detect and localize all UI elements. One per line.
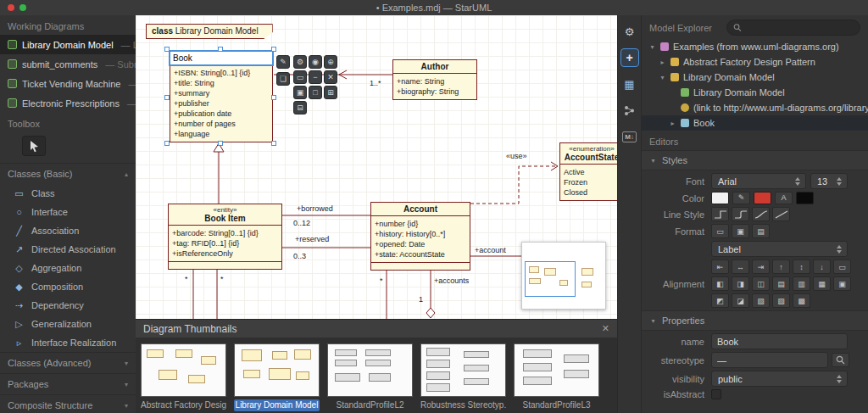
align-middle-button[interactable]: ▥ bbox=[793, 276, 810, 291]
align-top-button[interactable]: ▤ bbox=[772, 276, 790, 291]
zoom-window-button[interactable] bbox=[19, 4, 26, 11]
multiplicity-label[interactable]: * bbox=[185, 275, 188, 283]
distribute-horizontal-button[interactable]: ↔ bbox=[732, 260, 749, 274]
toolbox-item-composition[interactable]: ◆ Composition bbox=[0, 277, 136, 296]
markdown-icon[interactable]: M↓ bbox=[620, 127, 639, 146]
selection-handle[interactable] bbox=[218, 47, 223, 52]
line-style-rectilinear-button[interactable] bbox=[711, 207, 729, 221]
edit-rect-button[interactable]: ▭ bbox=[293, 70, 307, 84]
align-right-button[interactable]: ◨ bbox=[732, 276, 749, 291]
toolbox-section-classes-advanced[interactable]: Classes (Advanced) ▾ bbox=[0, 352, 136, 373]
edit-pencil-button[interactable]: ✎ bbox=[276, 55, 290, 69]
toolbox-section-packages[interactable]: Packages ▾ bbox=[0, 373, 136, 394]
edit-collapse-button[interactable]: ⊟ bbox=[293, 101, 307, 114]
chevron-right-icon[interactable]: ▸ bbox=[659, 59, 666, 66]
working-diagram-item[interactable]: Library Domain Model — Lib bbox=[0, 35, 136, 54]
distribute-top-button[interactable]: ↑ bbox=[772, 260, 790, 274]
diagram-canvas[interactable]: class Library Domain Model +ISBN: String… bbox=[136, 15, 617, 319]
bring-front-button[interactable]: ▨ bbox=[772, 293, 790, 308]
selection-handle[interactable] bbox=[271, 47, 276, 52]
distribute-right-button[interactable]: ⇥ bbox=[752, 260, 770, 274]
properties-section-header[interactable]: ▾ Properties bbox=[642, 310, 868, 331]
edit-copy-button[interactable]: ❏ bbox=[276, 72, 290, 86]
selection-handle[interactable] bbox=[164, 47, 170, 52]
label-dropdown[interactable]: Label bbox=[711, 241, 848, 257]
format-rect-button[interactable]: ▭ bbox=[711, 224, 729, 238]
multiplicity-label[interactable]: 0..12 bbox=[293, 219, 310, 227]
name-field[interactable] bbox=[711, 333, 848, 349]
toolbox-item-dependency[interactable]: ⇢ Dependency bbox=[0, 296, 136, 315]
select-tool-button[interactable] bbox=[22, 136, 46, 156]
pencil-icon[interactable]: ✎ bbox=[732, 192, 750, 204]
selection-handle[interactable] bbox=[271, 141, 276, 146]
multiplicity-label[interactable]: * bbox=[380, 276, 383, 285]
uml-enumeration-accountstate[interactable]: «enumeration» AccountState Active Frozen… bbox=[559, 142, 617, 201]
working-diagram-item[interactable]: Electronic Prescriptions — E bbox=[0, 93, 136, 113]
tree-item-abstract-factory[interactable]: ▸ Abstract Factory Design Pattern bbox=[642, 54, 868, 70]
close-icon[interactable]: ✕ bbox=[602, 323, 609, 334]
toolbox-item-class[interactable]: ▭ Class bbox=[0, 184, 136, 203]
edit-compartment-button[interactable]: ▣ bbox=[293, 86, 307, 99]
tree-item-book[interactable]: ▸ Book bbox=[642, 115, 868, 131]
thumbnail-card[interactable]: Abstract Factory Desig... bbox=[141, 343, 226, 411]
use-stereotype-label[interactable]: «use» bbox=[506, 152, 527, 160]
line-color-swatch[interactable] bbox=[754, 192, 771, 204]
font-color-button[interactable]: A bbox=[775, 192, 793, 204]
toolbox-item-aggregation[interactable]: ◇ Aggregation bbox=[0, 259, 136, 277]
visibility-select[interactable]: public bbox=[711, 371, 848, 387]
line-style-rounded-button[interactable] bbox=[732, 207, 749, 221]
uml-class-book-item[interactable]: «entity» Book Item +barcode: String[0..1… bbox=[168, 204, 282, 270]
selection-handle[interactable] bbox=[164, 95, 170, 100]
align-grid-button[interactable]: ▣ bbox=[833, 276, 851, 291]
edit-expand-button[interactable]: ⊞ bbox=[324, 86, 337, 99]
format-filled-rect-button[interactable]: ▣ bbox=[732, 224, 749, 238]
distribute-box-button[interactable]: ▭ bbox=[833, 260, 851, 274]
close-window-button[interactable] bbox=[8, 4, 14, 11]
same-width-button[interactable]: ◩ bbox=[711, 293, 729, 308]
role-label-borrowed[interactable]: +borrowed bbox=[297, 204, 333, 213]
styles-section-header[interactable]: ▾ Styles bbox=[642, 150, 868, 170]
format-lined-rect-button[interactable]: ▤ bbox=[752, 224, 770, 238]
selection-handle[interactable] bbox=[218, 141, 223, 146]
edit-add-button[interactable]: ⊕ bbox=[324, 55, 337, 69]
toolbox-item-interface[interactable]: ○ Interface bbox=[0, 203, 136, 221]
thumbnail-card[interactable]: Robustness Stereotyp... bbox=[420, 343, 506, 411]
thumbnail-card[interactable]: StandardProfileL3 bbox=[514, 343, 599, 411]
uml-class-author[interactable]: Author +name: String +biography: String bbox=[392, 59, 477, 100]
multiplicity-label[interactable]: * bbox=[220, 275, 224, 283]
chevron-down-icon[interactable]: ▾ bbox=[659, 74, 666, 81]
share-icon[interactable] bbox=[620, 101, 639, 120]
font-size-select[interactable]: 13 bbox=[810, 173, 848, 189]
edit-box-button[interactable]: □ bbox=[309, 86, 322, 99]
tools-icon[interactable]: ⚙ bbox=[620, 22, 639, 41]
diagram-overview-panel[interactable] bbox=[521, 242, 606, 310]
toolbox-item-association[interactable]: ╱ Association bbox=[0, 221, 136, 240]
multiplicity-label[interactable]: 0..3 bbox=[293, 252, 306, 260]
selection-handle[interactable] bbox=[164, 141, 170, 146]
thumbnail-card[interactable]: StandardProfileL2 bbox=[327, 343, 413, 411]
distribute-vertical-button[interactable]: ↕ bbox=[793, 260, 810, 274]
stereotype-search-button[interactable] bbox=[832, 353, 849, 367]
toolbox-section-composite-structure[interactable]: Composite Structure ▾ bbox=[0, 394, 136, 413]
same-size-button[interactable]: ▧ bbox=[752, 293, 770, 308]
align-left-button[interactable]: ◧ bbox=[711, 276, 729, 291]
toolbox-item-generalization[interactable]: ▷ Generalization bbox=[0, 315, 136, 333]
edit-delete-button[interactable]: ✕ bbox=[324, 70, 337, 84]
working-diagram-item[interactable]: Ticket Vending Machine — T bbox=[0, 74, 136, 93]
explorer-search-input[interactable] bbox=[746, 23, 854, 33]
isabstract-checkbox[interactable] bbox=[711, 389, 721, 399]
working-diagram-item[interactable]: submit_comments — Submit bbox=[0, 54, 136, 74]
tree-item-library-domain-model[interactable]: ▾ Library Domain Model bbox=[642, 70, 868, 85]
role-label-reserved[interactable]: +reserved bbox=[295, 235, 329, 243]
send-back-button[interactable]: ▩ bbox=[793, 293, 810, 308]
line-style-direct-button[interactable] bbox=[772, 207, 790, 221]
class-name-edit-input[interactable] bbox=[169, 50, 274, 66]
align-center-button[interactable]: ◫ bbox=[752, 276, 770, 291]
chevron-down-icon[interactable]: ▾ bbox=[648, 43, 656, 51]
multiplicity-label[interactable]: 1..* bbox=[370, 79, 381, 87]
multiplicity-label[interactable]: 1 bbox=[419, 295, 423, 304]
edit-remove-button[interactable]: − bbox=[309, 70, 322, 84]
stereotype-field[interactable] bbox=[711, 352, 828, 368]
selection-handle[interactable] bbox=[271, 95, 276, 100]
edit-target-button[interactable]: ◉ bbox=[309, 55, 322, 69]
